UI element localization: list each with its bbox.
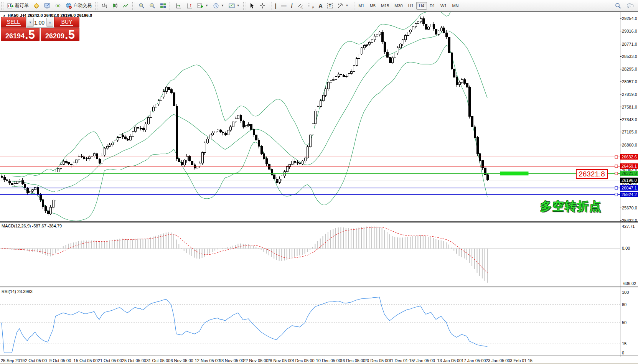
zoom-out-button[interactable] (147, 0, 158, 11)
zoom-in-button[interactable] (136, 0, 147, 11)
date-axis-label: 21 Oct 05:00 (98, 358, 122, 363)
search-icon[interactable] (615, 3, 621, 9)
arrows-tool-button[interactable]: ▼ (335, 0, 351, 11)
volume-decrease-button[interactable]: ▼ (27, 18, 34, 27)
toolbar-grip (95, 2, 98, 10)
sell-price-main: 26194 (5, 33, 25, 40)
timeframe-d1-button[interactable]: D1 (427, 2, 438, 10)
horizontal-line-tool-button[interactable]: — (279, 0, 289, 11)
date-axis-label: 25 Sep 2019 (1, 358, 25, 363)
auto-trading-button[interactable]: 自动交易 (63, 0, 94, 11)
zoom-in-icon (138, 3, 145, 9)
volume-value[interactable]: 1.00 (34, 17, 46, 27)
date-axis-label: 25 Oct 05:00 (122, 358, 146, 363)
auto-scroll-icon (176, 3, 182, 9)
trendline-icon: / (291, 3, 293, 9)
macd-scale-label: 0.00 (622, 246, 630, 250)
timeframe-w1-button[interactable]: W1 (438, 2, 450, 10)
market-watch-icon (44, 3, 50, 9)
channel-tool-button[interactable]: E (295, 0, 306, 11)
add-indicator-icon (197, 3, 203, 9)
main-toolbar: 新订单 自动交易 ▼ ▼ (0, 0, 638, 12)
profiles-button[interactable] (31, 0, 42, 11)
date-axis-label: 10 Dec 05:00 (316, 358, 341, 363)
profiles-icon (33, 3, 40, 9)
cursor-tool-button[interactable] (247, 0, 257, 11)
chart-shift-icon (186, 3, 193, 9)
buy-button[interactable]: BUY (54, 17, 79, 28)
bar-chart-type-button[interactable] (99, 0, 110, 11)
buy-price-display[interactable]: 26209 .5 (41, 28, 79, 41)
tile-windows-button[interactable] (158, 0, 168, 11)
price-tag-support: 26047.1 (620, 185, 638, 191)
price-axis-tick: 26860.0 (622, 143, 637, 147)
new-order-button[interactable]: 新订单 (5, 0, 31, 11)
label-tool-button[interactable]: T (325, 0, 335, 11)
timeframe-m5-button[interactable]: M5 (367, 2, 378, 10)
chevron-down-icon: ▼ (221, 4, 224, 7)
trendline-tool-button[interactable]: / (289, 0, 295, 11)
chevron-down-icon: ▼ (205, 4, 208, 7)
date-axis-label: 17 Jan 05:00 (462, 358, 486, 363)
text-label-icon: T (327, 3, 333, 8)
indicators-button[interactable]: ▼ (195, 0, 211, 11)
timeframe-m30-button[interactable]: M30 (392, 2, 405, 10)
date-axis-label: 3 Feb 01:15 (510, 358, 532, 363)
crosshair-icon (259, 3, 265, 9)
toolbar-grip (243, 2, 246, 10)
toolbar-grip (170, 2, 172, 10)
timeframe-mn-button[interactable]: MN (449, 2, 461, 10)
date-axis-label: 16 Dec 05:00 (340, 358, 365, 363)
price-chart-canvas[interactable] (0, 11, 638, 364)
vertical-line-tool-button[interactable]: | (273, 0, 279, 11)
text-tool-button[interactable]: A (317, 0, 325, 11)
date-axis-label: 28 Nov 05:00 (267, 358, 292, 363)
price-tag-resistance: 26459.1 (620, 163, 638, 169)
timeframe-m1-button[interactable]: M1 (356, 2, 367, 10)
toolbar-grip (1, 2, 4, 10)
templates-button[interactable]: ▼ (226, 0, 242, 11)
buy-price-fraction: .5 (65, 30, 75, 40)
one-click-trading-panel: SELL ▼ 1.00 ▲ BUY 26194 .5 26209 .5 (1, 17, 79, 41)
rsi-scale-label: 100 (622, 290, 629, 295)
vertical-line-icon: | (275, 3, 277, 9)
timeframe-h1-button[interactable]: H1 (406, 2, 416, 10)
date-axis-label: 31 Dec 01:15 (389, 358, 414, 363)
sell-price-display[interactable]: 26194 .5 (1, 28, 40, 41)
fibonacci-tool-button[interactable]: F (306, 0, 317, 11)
turning-point-annotation[interactable]: 多空转折点 (540, 199, 602, 214)
price-tag-resistance: 26632.6 (620, 154, 638, 160)
cursor-icon (249, 3, 255, 9)
crosshair-tool-button[interactable] (257, 0, 268, 11)
line-chart-type-button[interactable] (120, 0, 131, 11)
sell-price-fraction: .5 (25, 30, 35, 40)
sell-button[interactable]: SELL (1, 17, 26, 28)
auto-trading-label: 自动交易 (73, 2, 92, 9)
price-axis-tick: 28533.0 (622, 54, 637, 59)
signals-button[interactable] (53, 0, 63, 11)
clock-icon (213, 3, 219, 9)
chevron-down-icon: ▼ (237, 4, 240, 7)
date-axis-label: 20 Dec 05:00 (364, 358, 389, 363)
volume-increase-button[interactable]: ▲ (46, 18, 53, 27)
price-axis-tick: 28771.0 (622, 42, 637, 46)
chevron-down-icon: ▼ (345, 4, 348, 7)
candle-chart-type-button[interactable] (110, 0, 120, 11)
timeframe-m15-button[interactable]: M15 (378, 2, 392, 10)
price-axis-tick: 28295.0 (622, 67, 637, 71)
horizontal-line-icon: — (281, 3, 287, 9)
chart-shift-button[interactable] (184, 0, 195, 11)
auto-scroll-button[interactable] (173, 0, 184, 11)
price-annotation-box[interactable]: 26321.8 (576, 169, 608, 179)
periods-button[interactable]: ▼ (211, 0, 226, 11)
signals-icon (55, 3, 61, 9)
timeframe-h4-button[interactable]: H4 (416, 2, 427, 10)
market-watch-button[interactable] (42, 0, 53, 11)
equidistant-channel-icon: E (297, 3, 303, 9)
chat-icon[interactable] (626, 3, 634, 9)
price-tag-current-price: 26196.0 (620, 178, 638, 183)
price-axis-tick: 25432.0 (622, 218, 637, 223)
auto-trading-icon (66, 3, 72, 9)
chevron-up-icon: ▲ (48, 21, 51, 24)
bar-chart-icon (101, 3, 107, 9)
